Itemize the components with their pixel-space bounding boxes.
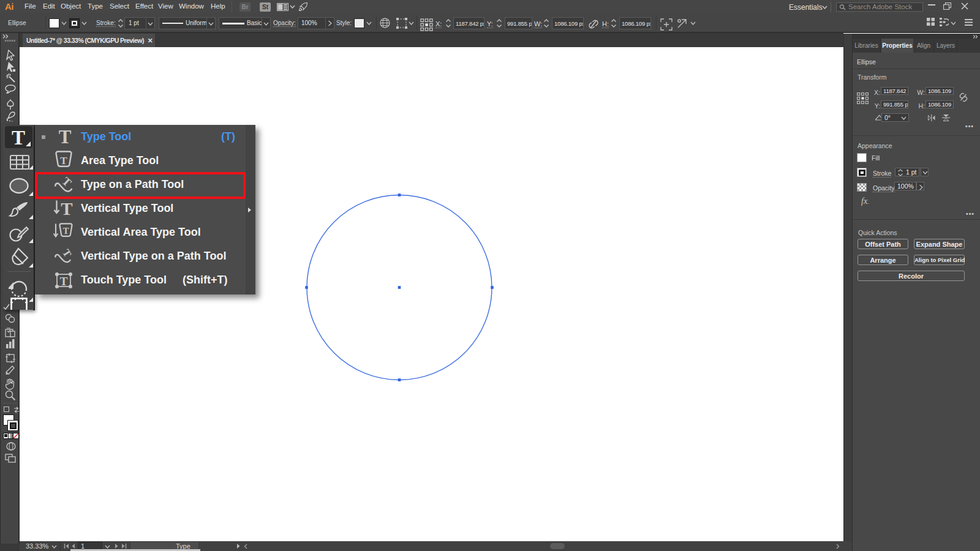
svg-text:T: T [60,247,74,260]
svg-text:T: T [59,127,72,147]
svg-text:T: T [61,199,72,219]
svg-text:T: T [60,275,68,288]
svg-text:T: T [63,226,69,236]
svg-text:T: T [60,155,67,167]
